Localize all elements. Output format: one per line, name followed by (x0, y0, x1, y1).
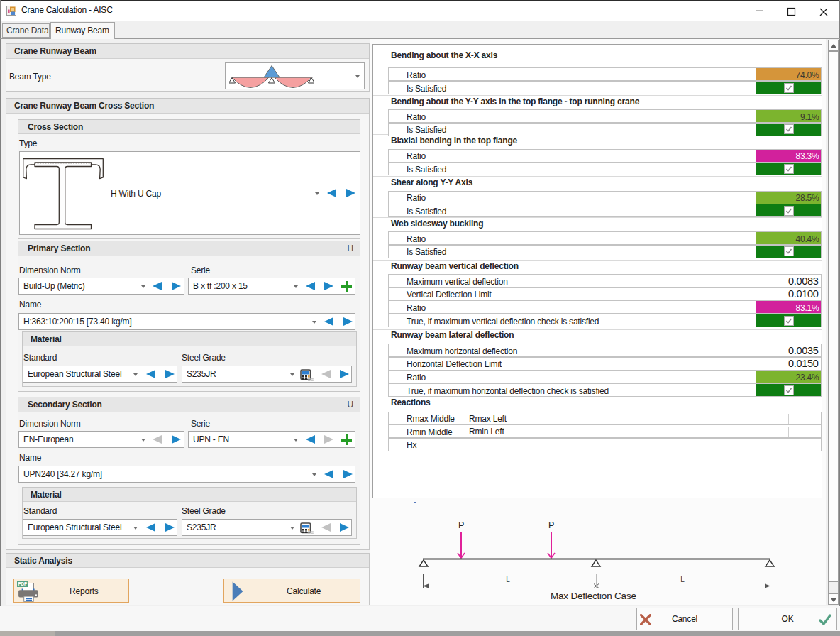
svg-text:L: L (506, 576, 510, 583)
svg-text:PDF: PDF (18, 581, 27, 586)
svg-text:P: P (548, 520, 554, 530)
svg-text:L: L (680, 576, 685, 583)
svg-text:P: P (458, 520, 464, 530)
